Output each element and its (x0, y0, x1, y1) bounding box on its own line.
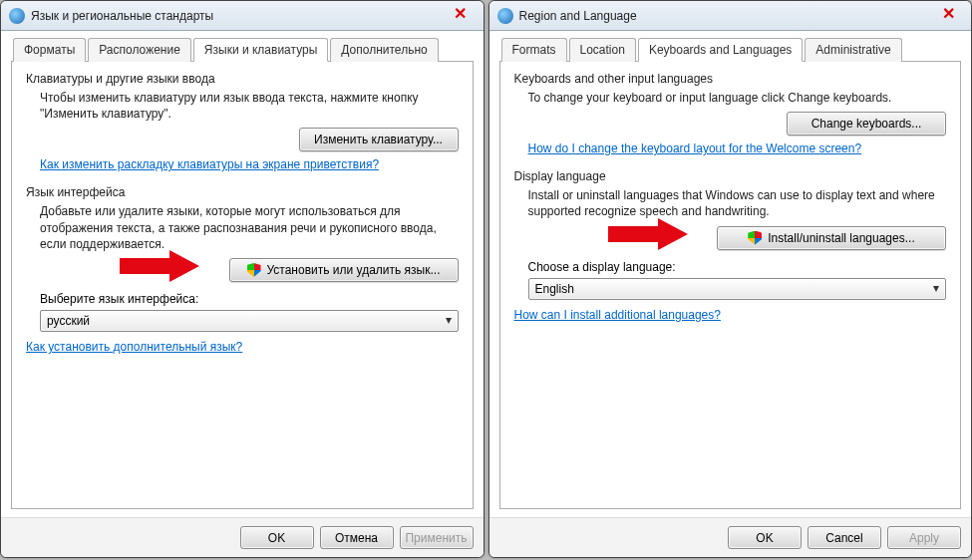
tabstrip: Форматы Расположение Языки и клавиатуры … (11, 37, 474, 62)
titlebar[interactable]: Язык и региональные стандарты ✕ (1, 1, 484, 31)
button-label: Изменить клавиатуру... (314, 133, 443, 146)
tab-administrative[interactable]: Дополнительно (330, 38, 438, 62)
combo-value: English (535, 282, 574, 296)
tab-administrative[interactable]: Administrative (805, 38, 901, 62)
close-button[interactable]: ✕ (931, 5, 965, 23)
tab-keyboards[interactable]: Keyboards and Languages (638, 38, 803, 62)
tab-formats[interactable]: Formats (501, 38, 567, 62)
apply-button[interactable]: Применить (400, 526, 474, 549)
group-keyboards-title: Keyboards and other input languages (514, 72, 947, 86)
window-title: Region and Language (519, 9, 637, 23)
button-label: Change keyboards... (811, 117, 922, 131)
apply-button[interactable]: Apply (887, 526, 961, 549)
uac-shield-icon (748, 231, 762, 245)
uac-shield-icon (247, 263, 261, 277)
welcome-keyboard-link[interactable]: Как изменить раскладку клавиатуры на экр… (40, 157, 379, 171)
display-language-combo[interactable]: русский (40, 310, 459, 332)
client-area: Форматы Расположение Языки и клавиатуры … (1, 31, 484, 517)
install-uninstall-lang-button[interactable]: Install/uninstall languages... (717, 226, 946, 250)
group-displaylang-title: Display language (514, 169, 947, 183)
additional-languages-link[interactable]: How can I install additional languages? (514, 308, 947, 322)
displaylang-desc: Добавьте или удалите языки, которые могу… (40, 203, 459, 252)
choose-lang-label: Choose a display language: (528, 260, 947, 274)
welcome-keyboard-link[interactable]: How do I change the keyboard layout for … (528, 141, 862, 155)
tabstrip: Formats Location Keyboards and Languages… (499, 37, 962, 62)
group-keyboards-title: Клавиатуры и другие языки ввода (26, 72, 459, 86)
tab-page: Клавиатуры и другие языки ввода Чтобы из… (11, 62, 474, 509)
window-title: Язык и региональные стандарты (31, 9, 213, 23)
tab-location[interactable]: Расположение (88, 38, 191, 62)
keyboards-desc: Чтобы изменить клавиатуру или язык ввода… (40, 90, 459, 122)
ok-button[interactable]: OK (728, 526, 802, 549)
install-uninstall-lang-button[interactable]: Установить или удалить язык... (229, 258, 459, 282)
display-language-combo[interactable]: English (528, 278, 947, 300)
additional-languages-link[interactable]: Как установить дополнительный язык? (26, 340, 459, 354)
choose-lang-label: Выберите язык интерфейса: (40, 292, 459, 306)
button-label: Установить или удалить язык... (267, 263, 441, 277)
client-area: Formats Location Keyboards and Languages… (489, 31, 972, 517)
titlebar[interactable]: Region and Language ✕ (489, 1, 972, 31)
keyboards-desc: To change your keyboard or input languag… (528, 90, 947, 106)
change-keyboards-button[interactable]: Change keyboards... (787, 112, 946, 136)
close-button[interactable]: ✕ (444, 5, 478, 23)
cancel-button[interactable]: Отмена (320, 526, 394, 549)
button-label: Install/uninstall languages... (768, 231, 914, 245)
globe-icon (497, 8, 513, 24)
region-window-en: Region and Language ✕ Formats Location K… (488, 0, 973, 558)
globe-icon (9, 8, 25, 24)
ok-button[interactable]: OK (240, 526, 314, 549)
tab-location[interactable]: Location (569, 38, 636, 62)
displaylang-desc: Install or uninstall languages that Wind… (528, 187, 947, 219)
tab-formats[interactable]: Форматы (13, 38, 86, 62)
combo-value: русский (47, 314, 90, 328)
cancel-button[interactable]: Cancel (808, 526, 881, 549)
tab-page: Keyboards and other input languages To c… (499, 62, 962, 509)
dialog-button-row: OK Отмена Применить (1, 517, 484, 557)
group-displaylang-title: Язык интерфейса (26, 185, 459, 199)
change-keyboards-button[interactable]: Изменить клавиатуру... (299, 128, 459, 151)
tab-keyboards[interactable]: Языки и клавиатуры (193, 38, 328, 62)
region-window-ru: Язык и региональные стандарты ✕ Форматы … (0, 0, 485, 558)
dialog-button-row: OK Cancel Apply (489, 517, 972, 557)
